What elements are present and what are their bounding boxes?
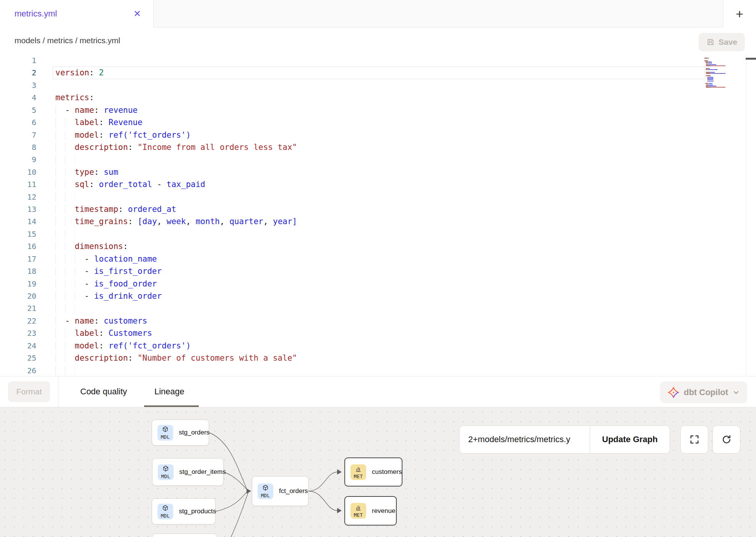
line-number: 2	[0, 67, 36, 79]
active-tab-underline	[144, 405, 199, 407]
line-number: 19	[0, 278, 36, 290]
code-line	[55, 153, 297, 166]
chevron-down-icon	[733, 389, 740, 396]
line-number: 7	[0, 129, 36, 141]
line-number: 8	[0, 141, 36, 153]
new-tab-area: +	[723, 0, 756, 28]
model-badge: MDL	[157, 504, 173, 519]
overview-ruler-cursor-mark	[746, 58, 756, 60]
lineage-node-revenue[interactable]: METrevenue	[344, 496, 397, 526]
code-lines: version: 2metrics: - name: revenue label…	[55, 54, 297, 376]
cube-icon	[162, 504, 169, 513]
format-button[interactable]: Format	[8, 381, 50, 402]
tab-label: metrics.yml	[15, 9, 57, 19]
lineage-node-stg_products[interactable]: MDLstg_products	[152, 498, 216, 524]
line-number: 22	[0, 315, 36, 327]
dbt-copilot-button[interactable]: dbt Copilot	[660, 381, 747, 403]
ide-window: metrics.yml ✕ + models / metrics / metri…	[0, 0, 756, 537]
close-tab-icon[interactable]: ✕	[133, 9, 141, 18]
line-number: 4	[0, 91, 36, 104]
tab-metrics-yml[interactable]: metrics.yml ✕	[0, 0, 154, 28]
line-number: 10	[0, 166, 36, 178]
lineage-node-customers[interactable]: METcustomers	[344, 457, 402, 487]
node-label: stg_order_items	[179, 468, 226, 476]
overview-ruler	[746, 54, 746, 376]
gutter: 1234567891011121314151617181920212223242…	[0, 54, 36, 376]
lineage-filter-input[interactable]	[459, 426, 590, 453]
node-label: revenue	[372, 507, 395, 515]
graph-controls: Update Graph	[459, 425, 670, 454]
code-line: dimensions:	[55, 240, 297, 252]
badge-kind-label: MDL	[161, 435, 170, 440]
tab-lineage[interactable]: Lineage	[154, 376, 184, 407]
code-line: time_grains: [day, week, month, quarter,…	[55, 215, 297, 228]
model-badge: MDL	[158, 464, 174, 480]
code-line	[55, 365, 297, 376]
bar-chart-icon	[355, 465, 362, 474]
metric-badge: MET	[350, 464, 366, 480]
path-bar: models / metrics / metrics.yml Save	[0, 28, 756, 54]
code-line: version: 2	[55, 67, 297, 79]
line-number: 20	[0, 290, 36, 302]
code-line: - location_name	[55, 253, 297, 265]
cube-icon	[162, 465, 169, 474]
node-label: fct_orders	[279, 487, 308, 495]
dbt-copilot-icon	[668, 387, 679, 398]
code-line: label: Revenue	[55, 116, 297, 129]
metric-badge: MET	[350, 503, 366, 519]
lineage-node-fct_orders[interactable]: MDLfct_orders	[252, 476, 308, 506]
line-number: 26	[0, 365, 36, 376]
lineage-canvas[interactable]: MDLstg_ordersMDLstg_order_itemsMDLstg_pr…	[0, 407, 756, 537]
toolbar-divider	[58, 376, 58, 407]
update-graph-button[interactable]: Update Graph	[590, 426, 670, 453]
line-number: 13	[0, 203, 36, 215]
code-editor[interactable]: 1234567891011121314151617181920212223242…	[0, 54, 756, 376]
line-number: 3	[0, 79, 36, 91]
badge-kind-label: MET	[354, 513, 363, 518]
tab-bar: metrics.yml ✕ +	[0, 0, 756, 28]
bar-chart-icon	[355, 504, 362, 513]
tab-bar-empty-area	[154, 0, 723, 28]
minimap[interactable]	[704, 57, 727, 90]
code-line: - name: revenue	[55, 104, 297, 116]
edge-stg-products-fct-orders	[216, 492, 247, 511]
edge-fct-orders-revenue	[308, 491, 337, 511]
code-line: description: "Number of customers with a…	[55, 352, 297, 364]
lineage-node-stg_orders[interactable]: MDLstg_orders	[152, 420, 209, 446]
fullscreen-button[interactable]	[680, 425, 708, 454]
dbt-copilot-label: dbt Copilot	[684, 387, 728, 397]
code-line: model: ref('fct_orders')	[55, 129, 297, 141]
fullscreen-icon	[689, 434, 700, 445]
line-number: 15	[0, 228, 36, 240]
line-number: 14	[0, 215, 36, 228]
lineage-filter-group: Update Graph	[459, 425, 670, 454]
code-line: - is_drink_order	[55, 290, 297, 302]
breadcrumb: models / metrics / metrics.yml	[15, 36, 120, 45]
code-line: - is_first_order	[55, 265, 297, 277]
lineage-node-stg_order_items[interactable]: MDLstg_order_items	[152, 458, 224, 486]
code-line: type: sum	[55, 166, 297, 178]
refresh-icon	[721, 434, 732, 445]
code-line: sql: order_total - tax_paid	[55, 178, 297, 190]
line-number: 23	[0, 327, 36, 339]
code-line	[55, 191, 297, 203]
new-tab-icon[interactable]: +	[736, 7, 743, 20]
edge-fct-orders-customers	[308, 472, 337, 491]
refresh-button[interactable]	[712, 425, 740, 454]
edge-bottom-node-fct-orders	[229, 493, 248, 537]
code-line	[55, 302, 297, 314]
line-number: 1	[0, 54, 36, 67]
code-line: - name: customers	[55, 315, 297, 327]
code-line: - is_food_order	[55, 278, 297, 290]
line-number: 5	[0, 104, 36, 116]
save-button[interactable]: Save	[699, 33, 745, 51]
line-number: 9	[0, 153, 36, 166]
badge-kind-label: MDL	[161, 514, 170, 519]
lineage-node-partial[interactable]	[152, 534, 217, 537]
line-number: 24	[0, 340, 36, 352]
code-line: metrics:	[55, 91, 297, 104]
code-line	[55, 228, 297, 240]
save-icon	[706, 38, 715, 46]
tab-code-quality[interactable]: Code quality	[80, 376, 127, 407]
line-number: 12	[0, 191, 36, 203]
